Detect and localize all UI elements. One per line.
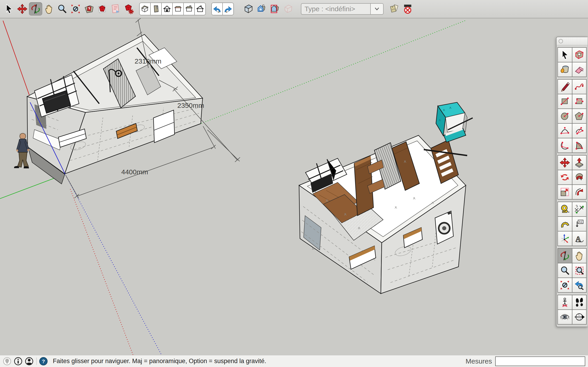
select-tool-button[interactable] (2, 2, 16, 16)
paint-bucket-icon (560, 64, 570, 75)
plugin-ruby-gear-button[interactable] (122, 2, 136, 16)
tool-line[interactable] (558, 80, 572, 94)
three-point-arc-icon (560, 140, 570, 151)
credits-icon[interactable] (14, 357, 23, 366)
move-tool-button[interactable] (16, 2, 29, 16)
arc-icon (574, 125, 585, 136)
plugin-ruby-button[interactable] (95, 2, 109, 16)
palette-group-construction: 3 A1 A (557, 202, 587, 246)
status-hint-text: Faites glisser pour naviguer. Maj = pano… (53, 358, 266, 365)
tool-rectangle[interactable] (558, 94, 572, 108)
undo-button[interactable] (212, 3, 223, 15)
large-tool-set-palette: pink 3 A1 A (556, 37, 588, 327)
tool-zoom[interactable] (558, 263, 572, 277)
rectangle-icon (560, 96, 570, 107)
plugin-report-button[interactable] (109, 2, 122, 16)
scale-figure[interactable] (14, 132, 29, 168)
xray-mode-button[interactable] (242, 2, 255, 16)
two-point-arc-icon (560, 125, 570, 136)
xray-box-icon (243, 4, 254, 14)
tool-circle[interactable] (558, 109, 572, 123)
type-filter-dropdown[interactable]: Type : <indéfini> (301, 3, 384, 15)
tool-pie[interactable] (572, 138, 586, 152)
tool-compass[interactable]: CA-S (572, 310, 586, 324)
view-top-button[interactable] (151, 3, 162, 15)
component-edit-button[interactable] (282, 2, 295, 16)
tool-push-pull[interactable] (572, 156, 586, 170)
tool-zoom-previous[interactable] (572, 278, 586, 292)
views-toolbar-group (139, 2, 206, 15)
tool-dimensions[interactable]: 3 (572, 202, 586, 216)
disabled-component-icon (283, 4, 294, 14)
tool-rotate[interactable] (558, 170, 572, 184)
section-display-button[interactable] (268, 2, 282, 16)
tags-button[interactable]: XYZ (388, 2, 401, 16)
view-left-button[interactable] (195, 3, 205, 15)
move-icon (560, 157, 570, 168)
tool-zoom-extents[interactable] (558, 278, 572, 292)
tool-look-around[interactable] (558, 310, 572, 324)
tool-follow-me[interactable] (572, 170, 586, 184)
zoom-extents-icon (70, 4, 81, 14)
undo-icon (213, 5, 221, 13)
tool-three-point-arc[interactable] (558, 138, 572, 152)
view-iso-button[interactable] (140, 3, 151, 15)
measurements-input[interactable] (495, 357, 585, 366)
right-house-model[interactable] (299, 135, 467, 294)
tool-3d-text[interactable]: A (572, 232, 586, 246)
sign-in-icon[interactable] (25, 357, 34, 366)
tool-offset[interactable] (572, 185, 586, 199)
view-right-button[interactable] (173, 3, 184, 15)
type-filter-value: Type : <indéfini> (301, 4, 370, 14)
palette-title-bar[interactable] (556, 37, 588, 45)
tool-scale[interactable] (558, 185, 572, 199)
palette-close-button[interactable] (559, 39, 563, 43)
view-back-button[interactable] (184, 3, 195, 15)
compass-icon: CA-S (574, 312, 585, 322)
geolocation-icon[interactable] (3, 357, 11, 366)
orbit-tool-button[interactable] (29, 2, 42, 16)
tool-paint-bucket[interactable] (558, 62, 572, 77)
tool-arc[interactable] (572, 124, 586, 138)
tool-orbit[interactable] (558, 249, 572, 263)
polygon-icon (574, 111, 585, 121)
tool-pan[interactable] (572, 249, 586, 263)
tool-walk[interactable] (572, 295, 586, 309)
zoom-extents-button[interactable] (69, 2, 82, 16)
tool-make-component[interactable] (572, 48, 586, 62)
tape-measure-icon (560, 204, 570, 215)
tool-axes[interactable] (558, 232, 572, 246)
tool-protractor[interactable] (558, 217, 572, 231)
svg-text:A1: A1 (579, 220, 582, 224)
redo-button[interactable] (223, 3, 233, 15)
tool-zoom-window[interactable] (572, 263, 586, 277)
tool-select[interactable] (558, 48, 572, 62)
viewport-canvas[interactable]: 2310mm 2350mm 4400mm (0, 0, 588, 367)
help-icon[interactable]: ? (39, 357, 48, 366)
make-component-icon (574, 50, 585, 60)
tool-freehand[interactable] (572, 80, 586, 94)
hide-rest-button[interactable] (255, 2, 268, 16)
tool-polygon[interactable] (572, 109, 586, 123)
tool-two-point-arc[interactable] (558, 124, 572, 138)
tool-position-camera[interactable] (558, 295, 572, 309)
tool-move[interactable] (558, 156, 572, 170)
view-front-button[interactable] (162, 3, 173, 15)
select-icon (560, 50, 570, 60)
hide-camera-button[interactable] (401, 2, 414, 16)
tool-text[interactable]: A1 (572, 217, 586, 231)
chevron-down-icon[interactable] (370, 4, 383, 14)
teal-cabinet-component[interactable] (436, 102, 473, 142)
section-frame-house-icon (270, 4, 280, 14)
tool-rotated-rectangle[interactable] (572, 94, 586, 108)
tags-icon: XYZ (389, 4, 400, 14)
left-house-model[interactable] (27, 34, 203, 184)
zoom-tool-button[interactable] (56, 2, 69, 16)
tool-eraser[interactable]: pink (572, 62, 586, 77)
pan-tool-button[interactable] (42, 2, 56, 16)
plugin-sketchup-button[interactable] (82, 2, 95, 16)
dim-label-top-width: 2310mm (135, 57, 162, 65)
report-page-icon (110, 4, 121, 14)
tool-tape-measure[interactable] (558, 202, 572, 216)
axes-icon (560, 233, 570, 244)
